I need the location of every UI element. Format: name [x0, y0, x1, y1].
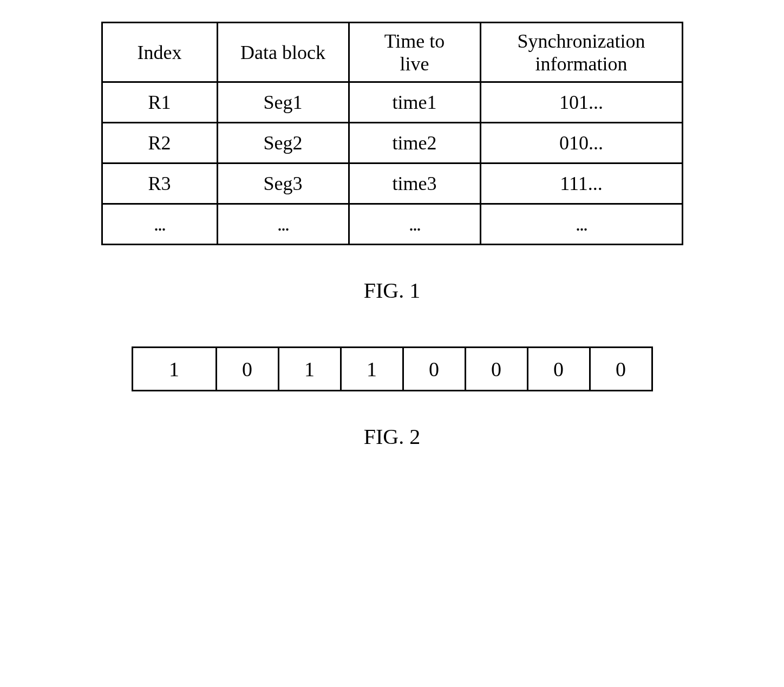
- bit-cell: 0: [590, 348, 652, 391]
- cell-block: Seg2: [217, 123, 349, 163]
- fig1-header-row: Index Data block Time to live Synchroniz…: [102, 23, 682, 82]
- cell-sync: 111...: [480, 163, 682, 204]
- header-data-block: Data block: [217, 23, 349, 82]
- header-time-to-live: Time to live: [349, 23, 480, 82]
- cell-time: time3: [349, 163, 480, 204]
- fig1-caption: FIG. 1: [67, 278, 717, 303]
- cell-index: R3: [102, 163, 217, 204]
- bit-cell: 1: [132, 348, 216, 391]
- fig2-table: 1 0 1 1 0 0 0 0: [132, 346, 653, 391]
- bit-cell: 0: [403, 348, 465, 391]
- cell-block: Seg1: [217, 82, 349, 123]
- cell-time: time1: [349, 82, 480, 123]
- cell-index: ...: [102, 204, 217, 245]
- table-row: R3 Seg3 time3 111...: [102, 163, 682, 204]
- cell-block: Seg3: [217, 163, 349, 204]
- bit-row: 1 0 1 1 0 0 0 0: [132, 348, 652, 391]
- header-sync-info: Synchronization information: [480, 23, 682, 82]
- cell-index: R2: [102, 123, 217, 163]
- fig2-caption: FIG. 2: [67, 424, 717, 449]
- fig1-table: Index Data block Time to live Synchroniz…: [101, 22, 683, 245]
- bit-cell: 0: [216, 348, 278, 391]
- cell-time: ...: [349, 204, 480, 245]
- table-row: R1 Seg1 time1 101...: [102, 82, 682, 123]
- bit-cell: 0: [465, 348, 527, 391]
- header-index: Index: [102, 23, 217, 82]
- cell-index: R1: [102, 82, 217, 123]
- cell-sync: 101...: [480, 82, 682, 123]
- cell-sync: 010...: [480, 123, 682, 163]
- diagram-container: Index Data block Time to live Synchroniz…: [67, 22, 717, 449]
- cell-sync: ...: [480, 204, 682, 245]
- table-row: R2 Seg2 time2 010...: [102, 123, 682, 163]
- table-row: ... ... ... ...: [102, 204, 682, 245]
- bit-cell: 1: [278, 348, 341, 391]
- cell-block: ...: [217, 204, 349, 245]
- bit-cell: 1: [341, 348, 403, 391]
- bit-cell: 0: [527, 348, 590, 391]
- cell-time: time2: [349, 123, 480, 163]
